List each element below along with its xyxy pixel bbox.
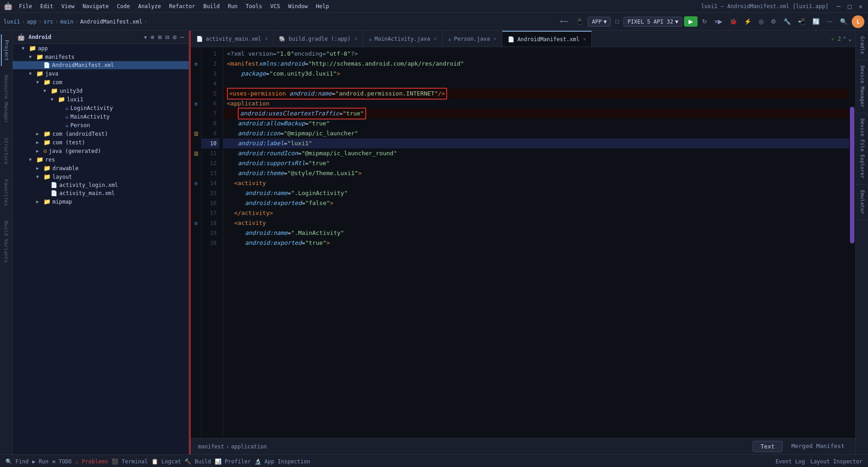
run-button[interactable]: ▶ xyxy=(684,16,698,27)
profiler-bottom-btn[interactable]: 📊 Profiler xyxy=(215,458,251,465)
tree-item-com-test[interactable]: ▶ 📁 com (test) xyxy=(13,138,189,147)
problems-btn[interactable]: ⚠ Problems xyxy=(75,458,108,465)
tree-item-loginactivity[interactable]: ☕ LoginActivity xyxy=(13,104,189,112)
panel-project[interactable]: Project xyxy=(1,34,11,66)
menu-edit[interactable]: Edit xyxy=(37,2,57,10)
tab-close-mainactivity[interactable]: ✕ xyxy=(434,36,437,42)
fold-4[interactable]: ⊟ xyxy=(191,218,201,228)
tree-item-mipmap[interactable]: ▶ 📁 mipmap xyxy=(13,197,189,206)
layout-inspector-btn[interactable]: Layout Inspector xyxy=(810,458,863,465)
sidebar-gear-btn[interactable]: ⚙ xyxy=(173,33,176,41)
menu-window[interactable]: Window xyxy=(284,2,311,10)
menu-build[interactable]: Build xyxy=(200,2,223,10)
sidebar-collapse-btn[interactable]: ⊞ xyxy=(158,33,161,41)
find-btn[interactable]: 🔍 Find xyxy=(5,458,28,465)
search-btn[interactable]: 🔍 xyxy=(837,16,850,27)
panel-device-manager[interactable]: Device Manager xyxy=(856,60,868,114)
todo-btn[interactable]: ≡ TODO xyxy=(52,458,71,465)
fold-3[interactable]: ⊟ xyxy=(191,178,201,188)
panel-build-variants[interactable]: Build Variants xyxy=(1,215,11,268)
logcat-btn[interactable]: 📋 Logcat xyxy=(151,458,181,465)
expand-btn[interactable]: ⌄ xyxy=(848,35,852,42)
tree-item-unity3d[interactable]: ▼ 📁 unity3d xyxy=(13,86,189,95)
build-bottom-btn[interactable]: 🔨 Build xyxy=(184,458,211,465)
panel-device-file-explorer[interactable]: Device File Explorer xyxy=(856,113,868,184)
menu-vcs[interactable]: VCS xyxy=(267,2,284,10)
tab-close-activity-main[interactable]: ✕ xyxy=(265,36,268,42)
tab-close-build-gradle[interactable]: ✕ xyxy=(354,36,358,42)
device-btn[interactable]: □ xyxy=(613,16,622,27)
run-bottom-btn[interactable]: ▶ Run xyxy=(32,458,48,465)
sidebar-config-btn[interactable]: ⊕ xyxy=(151,33,154,41)
tab-person[interactable]: ☕ Person.java ✕ xyxy=(443,31,502,47)
avd-btn[interactable]: 📲 xyxy=(795,16,808,27)
settings-btn[interactable]: ⚙ xyxy=(768,16,779,27)
panel-favorites[interactable]: Favorites xyxy=(1,174,11,212)
menu-code[interactable]: Code xyxy=(113,2,134,10)
tree-item-com[interactable]: ▼ 📁 com xyxy=(13,78,189,86)
sidebar-close-btn[interactable]: ─ xyxy=(180,33,184,41)
tree-item-manifests[interactable]: ▼ 📁 manifests xyxy=(13,52,189,61)
tree-item-activity-login[interactable]: 📄 activity_login.xml xyxy=(13,181,189,189)
tree-item-com-androidtest[interactable]: ▶ 📁 com (androidTest) xyxy=(13,129,189,138)
img-gutter-11[interactable]: 🖼 xyxy=(191,148,201,158)
menu-help[interactable]: Help xyxy=(312,2,333,10)
reload-btn[interactable]: ↻ xyxy=(699,16,710,27)
img-gutter-9[interactable]: 🖼 xyxy=(191,129,201,138)
tab-build-gradle[interactable]: 🐘 build.gradle (:app) ✕ xyxy=(274,31,363,47)
back-btn[interactable]: ⟵ xyxy=(557,16,571,27)
minimize-button[interactable]: ─ xyxy=(835,3,842,10)
tree-item-res[interactable]: ▼ 📁 res xyxy=(13,155,189,164)
menu-file[interactable]: File xyxy=(15,2,36,10)
tree-item-drawable[interactable]: ▶ 📁 drawable xyxy=(13,164,189,172)
tree-item-java-generated[interactable]: ▶ ⚙ java (generated) xyxy=(13,147,189,155)
scrollbar-thumb[interactable] xyxy=(850,107,854,243)
code-content[interactable]: <?xml version="1.0" encoding="utf-8"?> <… xyxy=(223,47,849,438)
breadcrumb-src[interactable]: src xyxy=(43,19,53,25)
tree-item-layout[interactable]: ▼ 📁 layout xyxy=(13,172,189,181)
breadcrumb-main[interactable]: main xyxy=(60,19,73,25)
tree-item-luxi1[interactable]: ▼ 📁 luxi1 xyxy=(13,95,189,104)
sync-btn[interactable]: 🔄 xyxy=(810,16,822,27)
app-dropdown[interactable]: APP ▼ xyxy=(588,17,611,27)
tab-androidmanifest[interactable]: 📄 AndroidManifest.xml ✕ xyxy=(502,31,592,47)
profiler-btn[interactable]: ≡▶ xyxy=(712,16,725,27)
menu-analyze[interactable]: Analyze xyxy=(134,2,165,10)
device-dropdown[interactable]: PIXEL 5 API 32 ▼ xyxy=(623,17,682,27)
device-icon[interactable]: 📱 xyxy=(573,16,586,27)
tree-item-app[interactable]: ▼ 📁 app xyxy=(13,44,189,52)
menu-navigate[interactable]: Navigate xyxy=(79,2,113,10)
debug-btn[interactable]: 🐞 xyxy=(727,16,740,27)
terminal-btn[interactable]: ⬛ Terminal xyxy=(112,458,148,465)
tree-item-person[interactable]: ☕ Person xyxy=(13,121,189,129)
maximize-button[interactable]: □ xyxy=(846,3,853,10)
close-button[interactable]: ✕ xyxy=(857,3,864,10)
tab-close-person[interactable]: ✕ xyxy=(494,36,497,42)
breadcrumb-luxi1[interactable]: luxi1 xyxy=(4,19,20,25)
tab-activity-main[interactable]: 📄 activity_main.xml ✕ xyxy=(191,31,274,47)
more-btn[interactable]: ⋯ xyxy=(824,16,835,27)
sdk-btn[interactable]: 🔧 xyxy=(781,16,793,27)
menu-view[interactable]: View xyxy=(58,2,78,10)
attach-btn[interactable]: ⚡ xyxy=(741,16,754,27)
panel-structure[interactable]: Structure xyxy=(1,132,11,170)
fold-1[interactable]: ⊟ xyxy=(191,59,201,69)
tab-mainactivity[interactable]: ☕ MainActivity.java ✕ xyxy=(363,31,443,47)
tree-item-activity-main[interactable]: 📄 activity_main.xml xyxy=(13,189,189,197)
sidebar-expand-btn[interactable]: ⊟ xyxy=(165,33,169,41)
panel-resource-manager[interactable]: Resource Manager xyxy=(1,70,11,129)
tab-merged-manifest[interactable]: Merged Manifest xyxy=(784,441,852,452)
event-log-btn[interactable]: Event Log xyxy=(775,458,805,465)
panel-gradle[interactable]: Gradle xyxy=(856,31,868,60)
tree-item-java[interactable]: ▼ 📁 java xyxy=(13,69,189,78)
fold-2[interactable]: ⊟ xyxy=(191,99,201,109)
editor-scrollbar[interactable] xyxy=(849,47,855,438)
menu-refactor[interactable]: Refactor xyxy=(165,2,199,10)
breadcrumb-app[interactable]: app xyxy=(27,19,37,25)
tab-text[interactable]: Text xyxy=(753,441,782,452)
app-inspection-btn[interactable]: 🔬 App Inspection xyxy=(255,458,310,465)
collapse-btn[interactable]: ⌃ xyxy=(843,35,846,42)
tree-item-androidmanifest[interactable]: 📄 AndroidManifest.xml xyxy=(13,61,189,69)
menu-tools[interactable]: Tools xyxy=(242,2,266,10)
panel-emulator[interactable]: Emulator xyxy=(856,185,868,220)
